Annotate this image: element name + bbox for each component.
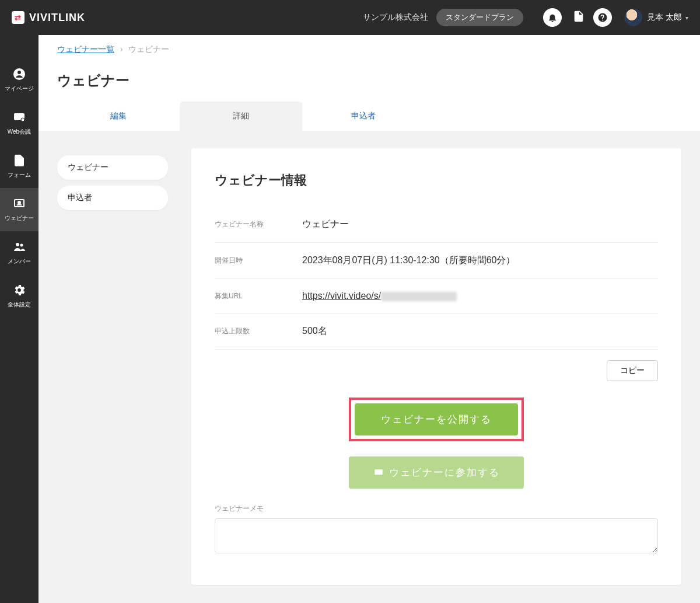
sidebar-item-label: フォーム xyxy=(8,171,31,179)
sidebar-item-label: メンバー xyxy=(8,257,31,266)
svg-point-7 xyxy=(20,244,23,247)
sidebar-item-form[interactable]: フォーム xyxy=(0,145,38,188)
plan-badge: スタンダードプラン xyxy=(436,9,523,26)
logo-mark-icon: ⇄ xyxy=(12,11,24,24)
tab-edit[interactable]: 編集 xyxy=(57,102,180,131)
breadcrumb-separator: › xyxy=(120,44,123,54)
sidebar-item-mypage[interactable]: マイページ xyxy=(0,58,38,102)
field-row-limit: 申込上限数 500名 xyxy=(215,313,658,350)
main-content: ウェビナー一覧 › ウェビナー ウェビナー 編集 詳細 申込者 ウェビナー 申込… xyxy=(38,35,700,603)
sidebar-item-label: マイページ xyxy=(5,85,34,93)
svg-point-5 xyxy=(18,201,20,204)
field-row-date: 開催日時 2023年08月07日(月) 11:30-12:30（所要時間60分） xyxy=(215,243,658,279)
field-label: 申込上限数 xyxy=(215,326,302,336)
sidebar-item-label: ウェビナー xyxy=(5,214,34,222)
user-menu[interactable]: 見本 太郎 ▾ xyxy=(625,9,688,26)
webinar-memo-input[interactable] xyxy=(215,518,658,553)
join-webinar-button[interactable]: ウェビナーに参加する xyxy=(349,456,524,489)
field-label: 開催日時 xyxy=(215,256,302,266)
join-button-label: ウェビナーに参加する xyxy=(389,466,500,479)
url-redacted xyxy=(381,292,457,301)
app-header: ⇄ VIVITLINK サンプル株式会社 スタンダードプラン 見本 太郎 ▾ xyxy=(0,0,700,35)
publish-webinar-button[interactable]: ウェビナーを公開する xyxy=(355,403,518,435)
memo-label: ウェビナーメモ xyxy=(215,504,658,514)
card-heading: ウェビナー情報 xyxy=(215,172,658,189)
field-row-name: ウェビナー名称 ウェビナー xyxy=(215,207,658,243)
breadcrumb: ウェビナー一覧 › ウェビナー xyxy=(38,35,700,60)
svg-point-3 xyxy=(21,118,24,121)
copy-button[interactable]: コピー xyxy=(607,360,658,381)
sidebar-item-member[interactable]: メンバー xyxy=(0,231,38,274)
field-value-limit: 500名 xyxy=(302,325,658,337)
help-icon[interactable] xyxy=(593,8,612,27)
tab-detail[interactable]: 詳細 xyxy=(180,102,302,131)
tab-bar: 編集 詳細 申込者 xyxy=(38,96,700,131)
field-value-name: ウェビナー xyxy=(302,218,658,231)
section-nav-webinar[interactable]: ウェビナー xyxy=(57,155,168,180)
user-name: 見本 太郎 xyxy=(647,12,682,23)
tab-applicants[interactable]: 申込者 xyxy=(302,102,425,131)
logo[interactable]: ⇄ VIVITLINK xyxy=(12,11,85,24)
breadcrumb-parent[interactable]: ウェビナー一覧 xyxy=(57,44,114,54)
sidebar: マイページ Web会議 フォーム ウェビナー メンバー 全体設定 xyxy=(0,35,38,603)
sidebar-item-label: Web会議 xyxy=(8,128,31,136)
section-nav-applicants[interactable]: 申込者 xyxy=(57,186,168,210)
logo-text: VIVITLINK xyxy=(29,12,85,24)
chevron-down-icon: ▾ xyxy=(685,15,688,21)
field-value-url: https://vivit.video/s/ xyxy=(302,291,658,301)
publish-highlight-frame: ウェビナーを公開する xyxy=(349,398,524,441)
field-label: ウェビナー名称 xyxy=(215,219,302,229)
company-name: サンプル株式会社 xyxy=(363,12,428,23)
document-icon[interactable] xyxy=(572,10,585,25)
sidebar-item-webinar[interactable]: ウェビナー xyxy=(0,188,38,231)
field-label: 募集URL xyxy=(215,291,302,301)
sidebar-item-label: 全体設定 xyxy=(8,301,31,309)
page-title: ウェビナー xyxy=(57,71,681,90)
field-value-date: 2023年08月07日(月) 11:30-12:30（所要時間60分） xyxy=(302,255,658,267)
avatar xyxy=(625,9,642,26)
sidebar-item-settings[interactable]: 全体設定 xyxy=(0,274,38,318)
bell-icon[interactable] xyxy=(543,8,562,27)
sidebar-item-webmeeting[interactable]: Web会議 xyxy=(0,102,38,145)
breadcrumb-current: ウェビナー xyxy=(128,44,169,54)
svg-point-1 xyxy=(18,71,21,74)
recruit-url-link[interactable]: https://vivit.video/s/ xyxy=(302,291,381,301)
webinar-info-card: ウェビナー情報 ウェビナー名称 ウェビナー 開催日時 2023年08月07日(月… xyxy=(191,148,681,585)
svg-point-6 xyxy=(16,243,19,246)
section-nav: ウェビナー 申込者 xyxy=(57,155,168,210)
presentation-icon xyxy=(373,467,384,479)
field-row-url: 募集URL https://vivit.video/s/ xyxy=(215,279,658,313)
